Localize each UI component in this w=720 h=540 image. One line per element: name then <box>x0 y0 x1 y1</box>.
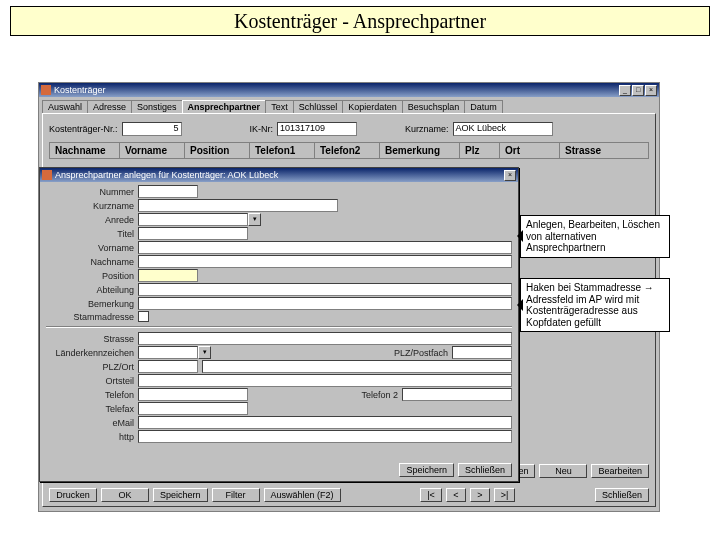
speichern-button[interactable]: Speichern <box>153 488 208 502</box>
lbl-lkz: Länderkennzeichen <box>46 348 138 358</box>
filter-button[interactable]: Filter <box>212 488 260 502</box>
input-plzpost[interactable] <box>452 346 512 359</box>
col-position[interactable]: Position <box>185 143 250 158</box>
slide-title: Kostenträger - Ansprechpartner <box>10 6 710 36</box>
dialog-title: Ansprechpartner anlegen für Kostenträger… <box>55 170 278 180</box>
ok-button[interactable]: OK <box>101 488 149 502</box>
anrede-dropdown-icon[interactable]: ▾ <box>248 213 261 226</box>
lbl-email: eMail <box>46 418 138 428</box>
callout-2: Haken bei Stammadresse → Adressfeld im A… <box>520 278 670 332</box>
nav-prev-button[interactable]: < <box>446 488 466 502</box>
nav-first-button[interactable]: |< <box>420 488 442 502</box>
col-vorname[interactable]: Vorname <box>120 143 185 158</box>
drucken-button[interactable]: Drucken <box>49 488 97 502</box>
kurz-field[interactable]: AOK Lübeck <box>453 122 553 136</box>
tab-schluessel[interactable]: Schlüssel <box>293 100 344 113</box>
col-telefon2[interactable]: Telefon2 <box>315 143 380 158</box>
input-telefon[interactable] <box>138 388 248 401</box>
tab-kopierdaten[interactable]: Kopierdaten <box>342 100 403 113</box>
lbl-vorname: Vorname <box>46 243 138 253</box>
kurz-label: Kurzname: <box>405 124 449 134</box>
input-strasse[interactable] <box>138 332 512 345</box>
lbl-kurzname: Kurzname <box>46 201 138 211</box>
lbl-nummer: Nummer <box>46 187 138 197</box>
lkz-dropdown-icon[interactable]: ▾ <box>198 346 211 359</box>
lbl-strasse: Strasse <box>46 334 138 344</box>
tab-besuchsplan[interactable]: Besuchsplan <box>402 100 466 113</box>
dialog-speichern-button[interactable]: Speichern <box>399 463 454 477</box>
lbl-telefon2: Telefon 2 <box>361 390 402 400</box>
dialog-icon <box>42 170 52 180</box>
tab-adresse[interactable]: Adresse <box>87 100 132 113</box>
input-titel[interactable] <box>138 227 248 240</box>
ik-label: IK-Nr: <box>250 124 274 134</box>
nr-label: Kostenträger-Nr.: <box>49 124 118 134</box>
input-plz[interactable] <box>138 360 198 373</box>
col-ort[interactable]: Ort <box>500 143 560 158</box>
main-window-title: Kostenträger <box>54 85 106 95</box>
maximize-button[interactable]: □ <box>632 85 644 96</box>
window-button-bar: Drucken OK Speichern Filter Auswählen (F… <box>49 488 649 502</box>
col-nachname[interactable]: Nachname <box>50 143 120 158</box>
dialog-titlebar: Ansprechpartner anlegen für Kostenträger… <box>40 168 518 182</box>
input-vorname[interactable] <box>138 241 512 254</box>
schliessen-button[interactable]: Schließen <box>595 488 649 502</box>
col-telefon1[interactable]: Telefon1 <box>250 143 315 158</box>
lbl-telefax: Telefax <box>46 404 138 414</box>
tab-auswahl[interactable]: Auswahl <box>42 100 88 113</box>
callout-1: Anlegen, Bearbeiten, Löschen von alterna… <box>520 215 670 258</box>
input-telefon2[interactable] <box>402 388 512 401</box>
list-neu-button[interactable]: Neu <box>539 464 587 478</box>
input-bemerkung[interactable] <box>138 297 512 310</box>
lbl-plzort: PLZ/Ort <box>46 362 138 372</box>
tab-bar: Auswahl Adresse Sonstiges Ansprechpartne… <box>42 100 656 113</box>
input-lkz[interactable] <box>138 346 198 359</box>
lbl-titel: Titel <box>46 229 138 239</box>
lbl-http: http <box>46 432 138 442</box>
input-nummer[interactable] <box>138 185 198 198</box>
ik-field[interactable]: 101317109 <box>277 122 357 136</box>
input-http[interactable] <box>138 430 512 443</box>
col-bemerkung[interactable]: Bemerkung <box>380 143 460 158</box>
input-email[interactable] <box>138 416 512 429</box>
col-plz[interactable]: Plz <box>460 143 500 158</box>
nav-next-button[interactable]: > <box>470 488 490 502</box>
input-nachname[interactable] <box>138 255 512 268</box>
close-button[interactable]: × <box>645 85 657 96</box>
dialog-schliessen-button[interactable]: Schließen <box>458 463 512 477</box>
input-ortsteil[interactable] <box>138 374 512 387</box>
lbl-abteilung: Abteilung <box>46 285 138 295</box>
input-abteilung[interactable] <box>138 283 512 296</box>
checkbox-stammadresse[interactable] <box>138 311 149 322</box>
nav-last-button[interactable]: >| <box>494 488 516 502</box>
tab-text[interactable]: Text <box>265 100 294 113</box>
lbl-plzpost: PLZ/Postfach <box>394 348 452 358</box>
lbl-telefon: Telefon <box>46 390 138 400</box>
tab-ansprechpartner[interactable]: Ansprechpartner <box>182 100 267 113</box>
tab-sonstiges[interactable]: Sonstiges <box>131 100 183 113</box>
lbl-ortsteil: Ortsteil <box>46 376 138 386</box>
dialog-close-button[interactable]: × <box>504 170 516 181</box>
lbl-position: Position <box>46 271 138 281</box>
input-ort[interactable] <box>202 360 512 373</box>
col-strasse[interactable]: Strasse <box>560 143 648 158</box>
list-bearbeiten-button[interactable]: Bearbeiten <box>591 464 649 478</box>
header-fields: Kostenträger-Nr.: 5 IK-Nr: 101317109 Kur… <box>49 122 649 136</box>
lbl-nachname: Nachname <box>46 257 138 267</box>
auswaehlen-button[interactable]: Auswählen (F2) <box>264 488 341 502</box>
input-kurzname[interactable] <box>138 199 338 212</box>
lbl-stammadresse: Stammadresse <box>46 312 138 322</box>
lbl-bemerkung: Bemerkung <box>46 299 138 309</box>
input-anrede[interactable] <box>138 213 248 226</box>
lbl-anrede: Anrede <box>46 215 138 225</box>
app-icon <box>41 85 51 95</box>
input-telefax[interactable] <box>138 402 248 415</box>
nr-field[interactable]: 5 <box>122 122 182 136</box>
input-position[interactable] <box>138 269 198 282</box>
table-header: Nachname Vorname Position Telefon1 Telef… <box>49 142 649 159</box>
main-titlebar: Kostenträger _ □ × <box>39 83 659 97</box>
minimize-button[interactable]: _ <box>619 85 631 96</box>
ansprechpartner-dialog: Ansprechpartner anlegen für Kostenträger… <box>39 167 519 482</box>
tab-datum[interactable]: Datum <box>464 100 503 113</box>
